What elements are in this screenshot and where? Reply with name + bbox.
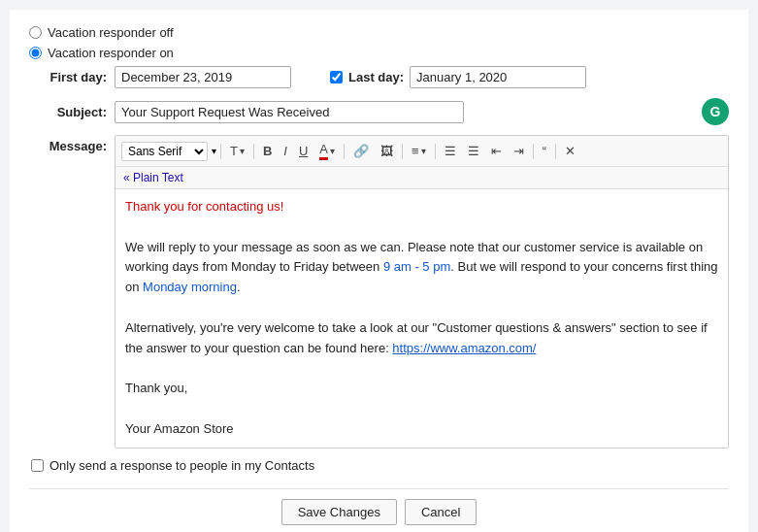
- vacation-on-label[interactable]: Vacation responder on: [48, 46, 174, 60]
- amazon-link[interactable]: https://www.amazon.com/: [392, 341, 536, 355]
- underline-button[interactable]: U: [294, 142, 313, 160]
- last-day-label: Last day:: [348, 70, 404, 84]
- editor-line1-text: Thank you for contacting us!: [125, 199, 283, 214]
- vacation-on-row: Vacation responder on: [29, 46, 729, 60]
- subject-label: Subject:: [29, 105, 107, 119]
- text-color-chevron-icon: ▾: [330, 146, 335, 156]
- grammarly-button[interactable]: G: [702, 98, 729, 125]
- italic-button[interactable]: I: [279, 142, 292, 160]
- font-chevron-icon: ▾: [212, 146, 216, 156]
- contacts-label[interactable]: Only send a response to people in my Con…: [49, 458, 314, 473]
- font-size-chevron-icon: ▾: [240, 146, 245, 156]
- quote-icon: “: [543, 144, 546, 158]
- bulleted-list-icon: ☰: [468, 144, 479, 158]
- quote-button[interactable]: “: [538, 142, 551, 160]
- separator-5: [435, 144, 436, 159]
- align-icon: ≡: [412, 144, 419, 158]
- first-day-label: First day:: [29, 70, 107, 84]
- save-changes-button[interactable]: Save Changes: [281, 499, 397, 525]
- indent-less-icon: ⇤: [491, 144, 502, 158]
- footer: Save Changes Cancel: [29, 488, 729, 525]
- main-container: Vacation responder off Vacation responde…: [10, 10, 748, 532]
- plain-text-link[interactable]: « Plain Text: [115, 167, 728, 189]
- image-icon: 🖼: [380, 144, 393, 158]
- vacation-off-radio[interactable]: [29, 26, 42, 39]
- align-chevron-icon: ▾: [421, 146, 426, 156]
- clear-formatting-button[interactable]: ✕: [560, 142, 580, 160]
- font-size-icon: T: [230, 144, 238, 158]
- last-day-checkbox[interactable]: [330, 71, 343, 83]
- text-color-button[interactable]: A ▾: [314, 140, 340, 162]
- bulleted-list-button[interactable]: ☰: [463, 142, 484, 160]
- separator-6: [533, 144, 534, 159]
- last-day-group: Last day:: [330, 66, 586, 88]
- numbered-list-button[interactable]: ☰: [440, 142, 461, 160]
- toolbar: Sans Serif Serif Monospace ▾ T ▾ B I U A…: [115, 136, 728, 167]
- editor-line2-text: We will reply to your message as soon as…: [125, 238, 718, 298]
- separator-4: [402, 144, 403, 159]
- vacation-on-radio[interactable]: [29, 47, 42, 59]
- dates-row: First day: Last day:: [29, 66, 729, 88]
- editor-line5-text: Your Amazon Store: [125, 419, 718, 440]
- separator-3: [344, 144, 345, 159]
- font-family-select[interactable]: Sans Serif Serif Monospace: [121, 142, 208, 161]
- link-icon: 🔗: [353, 144, 369, 158]
- contacts-checkbox[interactable]: [31, 459, 44, 472]
- bold-button[interactable]: B: [258, 142, 277, 160]
- vacation-off-label[interactable]: Vacation responder off: [48, 25, 174, 40]
- first-day-input[interactable]: [115, 66, 291, 88]
- indent-less-button[interactable]: ⇤: [486, 142, 507, 160]
- clear-formatting-icon: ✕: [565, 144, 576, 158]
- message-label: Message:: [29, 135, 107, 153]
- editor-content[interactable]: Thank you for contacting us! We will rep…: [115, 189, 728, 448]
- cancel-button[interactable]: Cancel: [405, 499, 477, 525]
- separator-1: [220, 144, 221, 159]
- numbered-list-icon: ☰: [445, 144, 456, 158]
- editor-line3-text: Alternatively, you're very welcome to ta…: [125, 318, 718, 359]
- link-button[interactable]: 🔗: [348, 142, 374, 160]
- text-color-icon: A: [319, 142, 328, 160]
- align-button[interactable]: ≡ ▾: [407, 142, 431, 160]
- subject-row: Subject: G: [29, 98, 729, 125]
- indent-more-button[interactable]: ⇥: [509, 142, 529, 160]
- font-size-button[interactable]: T ▾: [225, 142, 249, 160]
- last-day-input[interactable]: [410, 66, 586, 88]
- editor-line4-text: Thank you,: [125, 379, 718, 399]
- vacation-off-row: Vacation responder off: [29, 25, 729, 40]
- subject-input[interactable]: [115, 101, 464, 123]
- contacts-row: Only send a response to people in my Con…: [29, 458, 729, 473]
- separator-2: [253, 144, 254, 159]
- separator-7: [555, 144, 556, 159]
- image-button[interactable]: 🖼: [376, 142, 398, 160]
- message-row: Message: Sans Serif Serif Monospace ▾ T …: [29, 135, 729, 449]
- editor-wrapper: Sans Serif Serif Monospace ▾ T ▾ B I U A…: [115, 135, 729, 449]
- indent-more-icon: ⇥: [513, 144, 524, 158]
